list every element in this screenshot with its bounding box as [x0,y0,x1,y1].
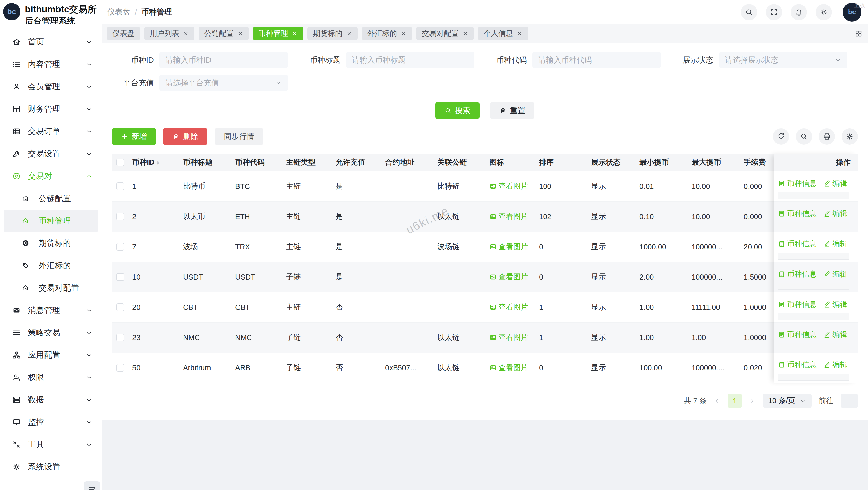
sidebar-item-app-config[interactable]: 应用配置 [0,344,102,366]
reset-button[interactable]: 重置 [490,102,534,119]
platform-deposit-select[interactable]: 请选择平台充值 [159,75,288,91]
prev-page-button[interactable] [714,397,720,404]
view-image-link[interactable]: 查看图片 [489,302,528,312]
column-header[interactable]: 展示状态 [591,157,640,167]
row-checkbox[interactable] [117,183,124,190]
sidebar-item-strategy[interactable]: 策略交易 [0,322,102,344]
tab-dashboard[interactable]: 仪表盘 [107,27,140,40]
close-icon[interactable] [517,31,523,37]
coin-code-input[interactable] [532,52,661,68]
close-icon[interactable] [400,31,407,37]
coin-info-link[interactable]: 币种信息 [778,330,817,340]
edit-link[interactable]: 编辑 [823,178,847,189]
edit-link[interactable]: 编辑 [823,330,847,340]
close-icon[interactable] [291,31,298,37]
sidebar-item-data[interactable]: 数据 [0,389,102,411]
column-header[interactable]: 图标 [489,157,539,167]
view-image-link[interactable]: 查看图片 [489,332,528,342]
row-checkbox[interactable] [117,364,124,371]
column-header[interactable]: 合约地址 [385,157,437,167]
sidebar-item-trading-pairs[interactable]: 交易对 [0,165,102,187]
coin-info-link[interactable]: 币种信息 [778,178,817,189]
settings-button[interactable] [816,4,832,20]
row-checkbox[interactable] [117,334,124,341]
sidebar-item-monitoring[interactable]: 监控 [0,411,102,433]
column-header[interactable]: 币种代码 [235,157,286,167]
coin-id-input[interactable] [159,52,288,68]
column-header[interactable]: 币种ID▴▾ [132,157,183,167]
tab-futures[interactable]: 期货标的 [307,27,358,40]
view-image-link[interactable]: 查看图片 [489,363,528,373]
edit-link[interactable]: 编辑 [823,360,847,370]
view-image-link[interactable]: 查看图片 [489,211,528,222]
view-image-link[interactable]: 查看图片 [489,242,528,252]
column-header[interactable]: 允许充值 [336,157,385,167]
column-header[interactable]: 币种标题 [183,157,235,167]
edit-link[interactable]: 编辑 [823,299,847,309]
sort-icon[interactable]: ▴▾ [157,160,159,165]
close-icon[interactable] [346,31,352,37]
goto-page-input[interactable] [841,394,858,408]
sidebar-item-pair-config[interactable]: 交易对配置 [4,277,98,299]
column-header[interactable]: 最小提币 [640,157,691,167]
coin-info-link[interactable]: 币种信息 [778,239,817,249]
sidebar-item-system-settings[interactable]: 系统设置 [0,456,102,478]
edit-link[interactable]: 编辑 [823,239,847,249]
page-number-button[interactable]: 1 [727,394,742,408]
close-icon[interactable] [183,31,189,37]
notifications-button[interactable] [791,4,807,20]
search-button[interactable] [741,4,757,20]
refresh-button[interactable] [773,128,789,144]
sidebar-item-trade-settings[interactable]: 交易设置 [0,142,102,165]
column-header[interactable]: 排序 [539,157,591,167]
row-checkbox[interactable] [117,273,124,281]
print-button[interactable] [819,128,835,144]
sidebar-item-messages[interactable]: 消息管理 [0,299,102,322]
edit-link[interactable]: 编辑 [823,269,847,279]
column-settings-button[interactable] [842,128,858,144]
search-columns-button[interactable] [796,128,812,144]
tab-user-list[interactable]: 用户列表 [144,27,194,40]
coin-info-link[interactable]: 币种信息 [778,209,817,219]
view-image-link[interactable]: 查看图片 [489,272,528,282]
sidebar-item-home[interactable]: 首页 [0,31,102,53]
user-avatar[interactable]: bc [843,3,861,22]
tab-chain-config[interactable]: 公链配置 [198,27,249,40]
sidebar-item-orders[interactable]: 交易订单 [0,120,102,142]
tab-coin-management[interactable]: 币种管理 [253,27,303,40]
column-header[interactable]: 最大提币 [691,157,744,167]
sync-market-button[interactable]: 同步行情 [215,128,264,145]
fullscreen-button[interactable] [766,4,782,20]
select-all-checkbox[interactable] [117,159,124,166]
add-button[interactable]: 新增 [112,128,156,145]
column-header[interactable]: 关联公链 [437,157,489,167]
tab-forex[interactable]: 外汇标的 [362,27,412,40]
coin-info-link[interactable]: 币种信息 [778,360,817,370]
sidebar-item-finance[interactable]: 财务管理 [0,98,102,120]
sidebar-item-members[interactable]: 会员管理 [0,75,102,98]
tab-profile[interactable]: 个人信息 [478,27,528,40]
row-checkbox[interactable] [117,213,124,220]
sidebar-item-chain-config[interactable]: 公链配置 [4,187,98,210]
sidebar-item-content[interactable]: 内容管理 [0,53,102,75]
tab-layout-grid-icon[interactable] [855,30,862,37]
edit-link[interactable]: 编辑 [823,209,847,219]
column-header[interactable]: 主链类型 [286,157,336,167]
sidebar-item-permissions[interactable]: 权限 [0,366,102,389]
page-size-select[interactable]: 10 条/页 [763,394,811,408]
delete-button[interactable]: 删除 [163,128,208,145]
sidebar-item-tools[interactable]: 工具 [0,433,102,456]
sidebar-item-futures[interactable]: 期货标的 [4,232,98,254]
close-icon[interactable] [462,31,468,37]
sidebar-item-forex[interactable]: 外汇标的 [4,254,98,277]
row-checkbox[interactable] [117,303,124,311]
coin-title-input[interactable] [346,52,474,68]
coin-info-link[interactable]: 币种信息 [778,299,817,309]
coin-info-link[interactable]: 币种信息 [778,269,817,279]
sidebar-item-coin-management[interactable]: 币种管理 [4,210,98,232]
display-status-select[interactable]: 请选择展示状态 [719,52,847,68]
next-page-button[interactable] [749,397,755,404]
sidebar-collapse-button[interactable] [84,481,100,490]
breadcrumb-dashboard[interactable]: 仪表盘 [107,7,130,17]
view-image-link[interactable]: 查看图片 [489,181,528,191]
